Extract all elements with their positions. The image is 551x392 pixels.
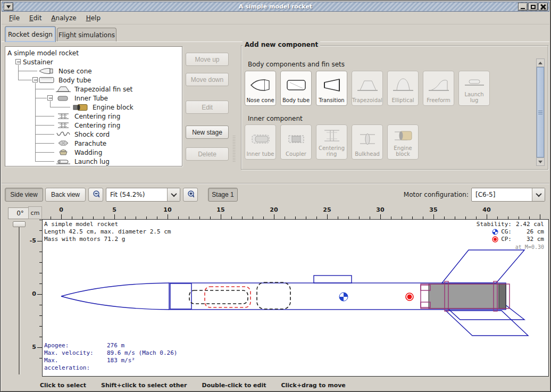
shock-cord-icon (55, 131, 71, 138)
apogee-label: Apogee: (44, 342, 107, 349)
wadding-icon (55, 149, 71, 156)
add-centering-ring-button[interactable]: Centering ring (316, 124, 347, 160)
inner-tube-icon (55, 95, 71, 102)
maximize-button[interactable] (528, 3, 538, 11)
tree-item-wadding[interactable]: Wadding (55, 148, 102, 157)
edit-button[interactable]: Edit (186, 101, 229, 114)
bulkhead-icon (356, 126, 379, 151)
tree-item-shock-cord[interactable]: Shock cord (55, 130, 110, 139)
cg-marker (339, 293, 348, 301)
expander-icon[interactable] (15, 59, 21, 64)
tree-item-label: Sustainer (23, 59, 53, 66)
add-trapezoidal-fin-button[interactable]: Trapezoidal (352, 71, 383, 106)
tree-item-centering-ring-1[interactable]: Centering ring (55, 112, 120, 121)
trapezoidal-fin-icon (356, 72, 379, 97)
add-component-group: Add new component Body components and fi… (241, 45, 548, 170)
menu-edit[interactable]: Edit (25, 13, 46, 23)
scrollbar-thumb[interactable] (537, 67, 544, 157)
add-coupler-button[interactable]: Coupler (280, 124, 312, 160)
tree-item-nose-cone[interactable]: Nose cone (38, 66, 92, 76)
maximize-icon (531, 5, 536, 9)
delete-button[interactable]: Delete (186, 147, 229, 161)
nose-cone-outline (61, 283, 169, 310)
centering-ring-icon (320, 126, 344, 145)
add-elliptical-fin-button[interactable]: Elliptical (387, 71, 419, 106)
rotation-slider-track[interactable] (19, 223, 20, 374)
zoom-in-button[interactable] (183, 188, 198, 202)
centering-ring-icon (55, 113, 71, 120)
add-inner-tube-button[interactable]: Inner tube (245, 124, 276, 160)
add-body-tube-button[interactable]: Body tube (280, 71, 312, 106)
elliptical-fin-icon (391, 72, 415, 97)
zoom-level-combo[interactable]: Fit (54.2%) (106, 188, 180, 202)
menu-analyze[interactable]: Analyze (47, 13, 80, 23)
fin-bottom-outline (446, 311, 528, 336)
engine-block-icon (72, 104, 89, 111)
tree-guide (35, 98, 47, 98)
minimize-button[interactable] (518, 3, 528, 11)
add-engine-block-button[interactable]: Engine block (387, 124, 419, 160)
tree-item-sustainer[interactable]: Sustainer (23, 57, 53, 66)
add-transition-button[interactable]: Transition (316, 71, 347, 106)
tree-guide (35, 125, 54, 126)
tree-item-label: Shock cord (74, 131, 110, 138)
tab-rocket-design[interactable]: Rocket design (5, 26, 56, 42)
component-scrollbar[interactable] (536, 59, 545, 166)
tree-item-inner-tube[interactable]: Inner Tube (55, 94, 108, 103)
menu-help[interactable]: Help (82, 13, 105, 23)
combo-arrow-button[interactable] (167, 188, 180, 201)
view-toolbar: Side view Back view Fit (54.2%) Stage 1 … (2, 183, 549, 205)
add-freeform-fin-button[interactable]: Freeform (423, 71, 454, 106)
window-title: A simple model rocket (2, 3, 549, 10)
tab-flight-simulations[interactable]: Flight simulations (57, 28, 116, 42)
component-tree[interactable]: A simple model rocket Sustainer Nose con… (5, 46, 182, 166)
chevron-down-icon (536, 191, 541, 197)
tree-item-centering-ring-2[interactable]: Centering ring (55, 121, 120, 130)
tree-item-body-tube[interactable]: Body tube (38, 76, 91, 85)
shock-cord-outline (189, 290, 248, 304)
add-launch-lug-button[interactable]: Launch lug (458, 71, 490, 106)
h-ruler: 0510152025303540 (42, 206, 549, 219)
rocket-canvas[interactable]: A simple model rocket Length 42.5 cm, ma… (42, 219, 549, 377)
motor-body (429, 284, 506, 308)
move-down-button[interactable]: Move down (186, 73, 229, 86)
scroll-down-arrow-icon[interactable] (537, 157, 544, 165)
new-stage-button[interactable]: New stage (186, 126, 229, 139)
tree-item-launch-lug[interactable]: Launch lug (55, 157, 110, 166)
tree-item-engine-block[interactable]: Engine block (72, 103, 133, 112)
side-view-button[interactable]: Side view (5, 188, 43, 202)
tree-item-fin-set[interactable]: Trapezoidal fin set (55, 85, 132, 94)
freeform-fin-icon (427, 72, 450, 97)
tab-row: Rocket design Flight simulations (2, 24, 549, 42)
component-button-label: Coupler (286, 151, 306, 157)
zoom-out-button[interactable] (88, 188, 103, 202)
back-view-button[interactable]: Back view (45, 188, 86, 202)
body-tube-icon (285, 72, 308, 97)
motor-configuration-label: Motor configuration: (404, 191, 469, 198)
expander-icon[interactable] (47, 95, 53, 101)
add-nose-cone-button[interactable]: Nose cone (245, 71, 276, 106)
rotation-slider-handle[interactable] (13, 221, 26, 227)
splitter-grip[interactable] (232, 135, 236, 163)
stage-1-toggle[interactable]: Stage 1 (208, 188, 238, 202)
move-up-button[interactable]: Move up (186, 53, 229, 66)
app-window: A simple model rocket File Edit Analyze … (0, 0, 551, 392)
velocity-value: 89.6 m/s (Mach 0.26) (107, 349, 177, 357)
add-bulkhead-button[interactable]: Bulkhead (352, 124, 383, 160)
menu-file[interactable]: File (5, 13, 24, 23)
rocket-design-panel: A simple model rocket Sustainer Nose con… (2, 42, 549, 183)
launch-lug-icon (463, 72, 486, 91)
minimize-icon (521, 8, 525, 9)
centering-ring-icon (55, 122, 71, 129)
close-button[interactable] (538, 3, 548, 11)
nose-cone-icon (249, 72, 272, 97)
tree-item-label: Launch lug (74, 158, 110, 165)
tree-item-rocket[interactable]: A simple model rocket (7, 48, 79, 57)
tree-item-parachute[interactable]: Parachute (55, 139, 106, 148)
expander-icon[interactable] (32, 77, 38, 82)
combo-arrow-button[interactable] (532, 188, 545, 201)
motor-configuration-combo[interactable]: [C6-5] (471, 188, 545, 202)
mach-note: at M=0.30 (477, 244, 544, 251)
component-button-label: Inner tube (247, 151, 274, 157)
scroll-up-arrow-icon[interactable] (537, 59, 544, 67)
